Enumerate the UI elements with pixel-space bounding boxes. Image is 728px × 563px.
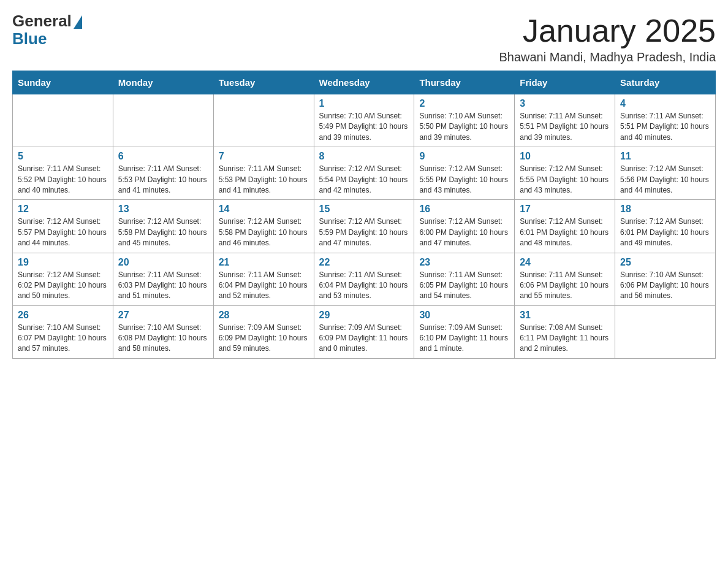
day-number: 28: [219, 310, 309, 321]
column-header-sunday: Sunday: [13, 71, 113, 94]
day-number: 24: [520, 257, 610, 268]
week-row-3: 12Sunrise: 7:12 AM Sunset: 5:57 PM Dayli…: [13, 200, 716, 253]
day-info: Sunrise: 7:12 AM Sunset: 6:02 PM Dayligh…: [18, 270, 108, 302]
day-cell: 19Sunrise: 7:12 AM Sunset: 6:02 PM Dayli…: [13, 253, 113, 305]
day-number: 16: [419, 204, 509, 215]
logo: General Blue: [12, 12, 82, 47]
logo-general-text: General: [12, 12, 72, 30]
title-section: January 2025 Bhawani Mandi, Madhya Prade…: [499, 12, 716, 64]
day-info: Sunrise: 7:11 AM Sunset: 5:51 PM Dayligh…: [620, 111, 710, 143]
day-info: Sunrise: 7:11 AM Sunset: 5:53 PM Dayligh…: [219, 164, 309, 196]
day-cell: 11Sunrise: 7:12 AM Sunset: 5:56 PM Dayli…: [615, 147, 716, 200]
day-number: 30: [419, 310, 509, 321]
column-header-wednesday: Wednesday: [314, 71, 414, 94]
day-cell: 20Sunrise: 7:11 AM Sunset: 6:03 PM Dayli…: [113, 253, 213, 305]
day-cell: 23Sunrise: 7:11 AM Sunset: 6:05 PM Dayli…: [414, 253, 515, 305]
day-info: Sunrise: 7:11 AM Sunset: 6:04 PM Dayligh…: [219, 270, 309, 302]
day-cell: 25Sunrise: 7:10 AM Sunset: 6:06 PM Dayli…: [615, 253, 716, 305]
day-info: Sunrise: 7:12 AM Sunset: 5:58 PM Dayligh…: [219, 216, 309, 248]
day-number: 17: [520, 204, 610, 215]
day-info: Sunrise: 7:12 AM Sunset: 6:00 PM Dayligh…: [419, 216, 509, 248]
day-number: 3: [520, 98, 610, 109]
column-header-thursday: Thursday: [414, 71, 515, 94]
day-number: 13: [118, 204, 208, 215]
day-number: 6: [118, 151, 208, 162]
day-number: 14: [219, 204, 309, 215]
day-info: Sunrise: 7:09 AM Sunset: 6:10 PM Dayligh…: [419, 323, 509, 354]
day-number: 27: [118, 310, 208, 321]
day-info: Sunrise: 7:12 AM Sunset: 6:01 PM Dayligh…: [620, 216, 710, 248]
day-number: 2: [419, 98, 509, 109]
day-number: 25: [620, 257, 710, 268]
day-cell: 29Sunrise: 7:09 AM Sunset: 6:09 PM Dayli…: [314, 305, 414, 358]
week-row-4: 19Sunrise: 7:12 AM Sunset: 6:02 PM Dayli…: [13, 253, 716, 305]
logo-triangle-icon: [74, 15, 82, 29]
day-cell: 3Sunrise: 7:11 AM Sunset: 5:51 PM Daylig…: [515, 94, 615, 147]
day-cell: [213, 94, 314, 147]
day-number: 9: [419, 151, 509, 162]
day-cell: 27Sunrise: 7:10 AM Sunset: 6:08 PM Dayli…: [113, 305, 213, 358]
day-number: 19: [18, 257, 108, 268]
day-info: Sunrise: 7:10 AM Sunset: 6:08 PM Dayligh…: [118, 323, 208, 354]
column-header-tuesday: Tuesday: [213, 71, 314, 94]
day-cell: 16Sunrise: 7:12 AM Sunset: 6:00 PM Dayli…: [414, 200, 515, 253]
day-info: Sunrise: 7:09 AM Sunset: 6:09 PM Dayligh…: [319, 323, 409, 354]
day-cell: 13Sunrise: 7:12 AM Sunset: 5:58 PM Dayli…: [113, 200, 213, 253]
day-cell: 10Sunrise: 7:12 AM Sunset: 5:55 PM Dayli…: [515, 147, 615, 200]
day-number: 29: [319, 310, 409, 321]
day-info: Sunrise: 7:12 AM Sunset: 5:58 PM Dayligh…: [118, 216, 208, 248]
day-info: Sunrise: 7:11 AM Sunset: 5:53 PM Dayligh…: [118, 164, 208, 196]
day-cell: 22Sunrise: 7:11 AM Sunset: 6:04 PM Dayli…: [314, 253, 414, 305]
day-number: 12: [18, 204, 108, 215]
day-info: Sunrise: 7:09 AM Sunset: 6:09 PM Dayligh…: [219, 323, 309, 354]
day-cell: [13, 94, 113, 147]
day-info: Sunrise: 7:12 AM Sunset: 6:01 PM Dayligh…: [520, 216, 610, 248]
day-number: 5: [18, 151, 108, 162]
day-cell: 12Sunrise: 7:12 AM Sunset: 5:57 PM Dayli…: [13, 200, 113, 253]
day-cell: 7Sunrise: 7:11 AM Sunset: 5:53 PM Daylig…: [213, 147, 314, 200]
day-number: 1: [319, 98, 409, 109]
column-header-friday: Friday: [515, 71, 615, 94]
day-number: 4: [620, 98, 710, 109]
day-info: Sunrise: 7:12 AM Sunset: 5:56 PM Dayligh…: [620, 164, 710, 196]
day-number: 10: [520, 151, 610, 162]
day-info: Sunrise: 7:11 AM Sunset: 6:06 PM Dayligh…: [520, 270, 610, 302]
day-cell: 15Sunrise: 7:12 AM Sunset: 5:59 PM Dayli…: [314, 200, 414, 253]
day-cell: 9Sunrise: 7:12 AM Sunset: 5:55 PM Daylig…: [414, 147, 515, 200]
day-info: Sunrise: 7:10 AM Sunset: 5:49 PM Dayligh…: [319, 111, 409, 143]
calendar-table: SundayMondayTuesdayWednesdayThursdayFrid…: [12, 71, 716, 359]
day-cell: 4Sunrise: 7:11 AM Sunset: 5:51 PM Daylig…: [615, 94, 716, 147]
day-cell: 21Sunrise: 7:11 AM Sunset: 6:04 PM Dayli…: [213, 253, 314, 305]
day-info: Sunrise: 7:12 AM Sunset: 5:57 PM Dayligh…: [18, 216, 108, 248]
day-info: Sunrise: 7:10 AM Sunset: 5:50 PM Dayligh…: [419, 111, 509, 143]
day-number: 31: [520, 310, 610, 321]
day-cell: 28Sunrise: 7:09 AM Sunset: 6:09 PM Dayli…: [213, 305, 314, 358]
week-row-1: 1Sunrise: 7:10 AM Sunset: 5:49 PM Daylig…: [13, 94, 716, 147]
day-cell: [113, 94, 213, 147]
day-info: Sunrise: 7:11 AM Sunset: 5:52 PM Dayligh…: [18, 164, 108, 196]
day-cell: 6Sunrise: 7:11 AM Sunset: 5:53 PM Daylig…: [113, 147, 213, 200]
day-number: 22: [319, 257, 409, 268]
logo-blue-text: Blue: [12, 29, 47, 48]
day-number: 23: [419, 257, 509, 268]
day-number: 21: [219, 257, 309, 268]
day-info: Sunrise: 7:12 AM Sunset: 5:54 PM Dayligh…: [319, 164, 409, 196]
day-number: 15: [319, 204, 409, 215]
day-cell: 30Sunrise: 7:09 AM Sunset: 6:10 PM Dayli…: [414, 305, 515, 358]
day-info: Sunrise: 7:11 AM Sunset: 6:05 PM Dayligh…: [419, 270, 509, 302]
day-cell: 24Sunrise: 7:11 AM Sunset: 6:06 PM Dayli…: [515, 253, 615, 305]
day-info: Sunrise: 7:08 AM Sunset: 6:11 PM Dayligh…: [520, 323, 610, 354]
day-cell: 26Sunrise: 7:10 AM Sunset: 6:07 PM Dayli…: [13, 305, 113, 358]
day-info: Sunrise: 7:10 AM Sunset: 6:06 PM Dayligh…: [620, 270, 710, 302]
day-info: Sunrise: 7:12 AM Sunset: 5:55 PM Dayligh…: [520, 164, 610, 196]
header-row: SundayMondayTuesdayWednesdayThursdayFrid…: [13, 71, 716, 94]
day-number: 8: [319, 151, 409, 162]
day-info: Sunrise: 7:11 AM Sunset: 6:03 PM Dayligh…: [118, 270, 208, 302]
day-cell: 17Sunrise: 7:12 AM Sunset: 6:01 PM Dayli…: [515, 200, 615, 253]
day-cell: 2Sunrise: 7:10 AM Sunset: 5:50 PM Daylig…: [414, 94, 515, 147]
day-cell: 14Sunrise: 7:12 AM Sunset: 5:58 PM Dayli…: [213, 200, 314, 253]
column-header-monday: Monday: [113, 71, 213, 94]
day-number: 11: [620, 151, 710, 162]
day-cell: 1Sunrise: 7:10 AM Sunset: 5:49 PM Daylig…: [314, 94, 414, 147]
day-info: Sunrise: 7:11 AM Sunset: 6:04 PM Dayligh…: [319, 270, 409, 302]
